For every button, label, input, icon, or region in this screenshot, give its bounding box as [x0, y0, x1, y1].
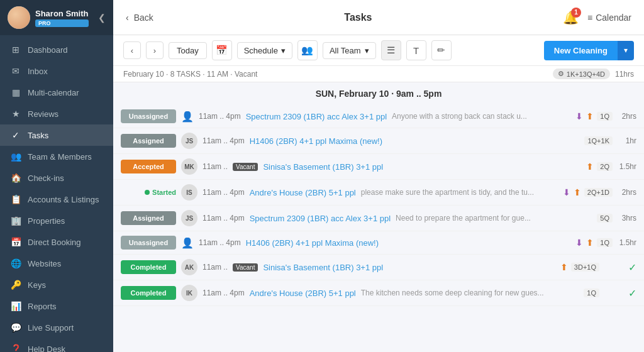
- notification-badge: 1: [571, 8, 581, 18]
- sidebar-item-checkins[interactable]: 🏠 Check-ins: [0, 167, 113, 189]
- task-row[interactable]: AssignedJS11am .. 4pmSpectrum 2309 (1BR)…: [113, 206, 644, 231]
- support-icon: 💬: [10, 322, 21, 333]
- inbox-icon: ✉: [10, 66, 21, 76]
- task-row[interactable]: CompletedAK11am ..VacantSinisa's Basemen…: [113, 255, 644, 280]
- task-title[interactable]: Sinisa's Basement (1BR) 3+1 ppl: [263, 263, 383, 272]
- user-info: Sharon Smith PRO: [35, 9, 89, 27]
- datebar-stats: ⚙ 1K+13Q+4D 11hrs: [553, 69, 634, 79]
- task-title[interactable]: Sinisa's Basement (1BR) 3+1 ppl: [263, 162, 383, 172]
- calendar-picker-button[interactable]: 📅: [212, 40, 232, 60]
- upload-icon: ⬆: [586, 162, 594, 172]
- sidebar-nav: ⊞ Dashboard ✉ Inbox ▦ Multi-calendar ★ R…: [0, 35, 113, 352]
- quantity-chip: 1Q+1K: [584, 136, 613, 145]
- started-dot: [145, 190, 150, 195]
- sidebar-item-keys[interactable]: 🔑 Keys: [0, 274, 113, 295]
- download-icon: ⬇: [563, 187, 570, 197]
- back-label: Back: [134, 13, 153, 23]
- sidebar-item-team[interactable]: 👥 Team & Members: [0, 146, 113, 167]
- task-description: Anyone with a strong back can stack u...: [392, 112, 570, 121]
- websites-icon: 🌐: [10, 258, 21, 268]
- quantity-chip: 2Q+1D: [584, 188, 613, 197]
- main-content: ‹ Back Tasks 🔔 1 ≡ Calendar ‹ › Today 📅 …: [113, 0, 644, 352]
- sidebar-user[interactable]: Sharon Smith PRO: [8, 6, 89, 29]
- task-title[interactable]: Andre's House (2BR) 5+1 ppl: [250, 289, 356, 298]
- sidebar-item-properties[interactable]: 🏢 Properties: [0, 210, 113, 231]
- task-row[interactable]: AcceptedMK11am ..VacantSinisa's Basement…: [113, 154, 644, 180]
- task-row[interactable]: Unassigned👤11am .. 4pmH1406 (2BR) 4+1 pp…: [113, 231, 644, 255]
- new-cleaning-group: New Cleaning ▾: [544, 41, 634, 60]
- status-badge: Accepted: [121, 160, 176, 173]
- next-button[interactable]: ›: [146, 41, 164, 59]
- assignee-avatar: MK: [181, 158, 197, 175]
- sidebar-item-label: Keys: [28, 280, 46, 290]
- prev-button[interactable]: ‹: [123, 41, 141, 59]
- sidebar-item-label: Team & Members: [28, 152, 92, 162]
- task-row[interactable]: CompletedIK11am .. 4pmAndre's House (2BR…: [113, 280, 644, 306]
- booking-icon: 📅: [10, 237, 21, 247]
- task-title[interactable]: H1406 (2BR) 4+1 ppl Maxima (new!): [250, 136, 382, 146]
- sidebar-item-inbox[interactable]: ✉ Inbox: [0, 60, 113, 82]
- assignee-avatar: AK: [181, 259, 197, 275]
- assignee-avatar: JS: [181, 133, 197, 149]
- today-button[interactable]: Today: [169, 42, 207, 59]
- username: Sharon Smith: [35, 9, 89, 18]
- team-icon: 👥: [10, 151, 21, 162]
- notification-button[interactable]: 🔔 1: [563, 10, 579, 25]
- task-title[interactable]: Spectrum 2309 (1BR) acc Alex 3+1 ppl: [246, 112, 387, 121]
- status-badge: Completed: [121, 286, 176, 300]
- new-cleaning-button[interactable]: New Cleaning: [544, 41, 618, 60]
- task-time: 11am .. 4pm: [199, 112, 241, 121]
- edit-view-button[interactable]: ✏: [431, 40, 452, 60]
- list-icon: ☰: [387, 45, 395, 56]
- task-duration: 2hrs: [618, 188, 636, 197]
- task-time: 11am .. 4pm: [203, 289, 245, 297]
- task-title[interactable]: H1406 (2BR) 4+1 ppl Maxima (new!): [246, 238, 379, 248]
- quantity-chip: 1Q: [597, 112, 613, 121]
- task-duration: 2hrs: [618, 112, 636, 121]
- task-title[interactable]: Spectrum 2309 (1BR) acc Alex 3+1 ppl: [250, 214, 391, 223]
- task-row[interactable]: StartedIS11am .. 4pmAndre's House (2BR) …: [113, 180, 644, 206]
- back-button[interactable]: ‹ Back: [126, 13, 153, 23]
- properties-icon: 🏢: [10, 216, 21, 226]
- task-row[interactable]: AssignedJS11am .. 4pmH1406 (2BR) 4+1 ppl…: [113, 128, 644, 154]
- task-duration: 1.5hr: [618, 162, 636, 171]
- sidebar-item-live-support[interactable]: 💬 Live Support: [0, 317, 113, 338]
- list-view-button[interactable]: ☰: [381, 40, 401, 60]
- sidebar-item-reports[interactable]: 📊 Reports: [0, 295, 113, 317]
- text-icon: T: [413, 45, 419, 56]
- task-title[interactable]: Andre's House (2BR) 5+1 ppl: [250, 188, 356, 197]
- stat-value-1: 1K+13Q+4D: [567, 70, 605, 78]
- team-filter-dropdown[interactable]: All Team ▾: [323, 42, 376, 59]
- page-title: Tasks: [344, 12, 372, 23]
- sidebar-item-websites[interactable]: 🌐 Websites: [0, 253, 113, 274]
- task-tags: ⬇⬆2Q+1D: [563, 187, 613, 197]
- calendar-button[interactable]: ≡ Calendar: [587, 13, 631, 23]
- accounts-icon: 📋: [10, 194, 21, 204]
- sidebar-item-tasks[interactable]: ✓ Tasks: [0, 124, 113, 146]
- status-badge: Started: [121, 185, 176, 199]
- schedule-dropdown[interactable]: Schedule ▾: [237, 42, 292, 59]
- assignee-avatar: IS: [181, 184, 197, 201]
- sidebar-item-direct-booking[interactable]: 📅 Direct Booking: [0, 231, 113, 253]
- task-duration: 3hrs: [618, 214, 636, 223]
- text-view-button[interactable]: T: [406, 40, 426, 60]
- task-tags: ⬇⬆1Q: [575, 238, 613, 248]
- vacant-tag: Vacant: [233, 163, 258, 171]
- team-icon-button[interactable]: 👥: [297, 40, 318, 60]
- checkins-icon: 🏠: [10, 173, 21, 183]
- upload-icon: ⬆: [586, 111, 594, 121]
- task-row[interactable]: Unassigned👤11am .. 4pmSpectrum 2309 (1BR…: [113, 105, 644, 128]
- task-area: SUN, February 10 · 9am .. 5pm Unassigned…: [113, 82, 644, 352]
- upload-icon: ⬆: [560, 262, 568, 272]
- sidebar-item-accounts[interactable]: 📋 Accounts & Listings: [0, 189, 113, 210]
- avatar: [8, 6, 30, 29]
- chevron-down-icon: ▾: [624, 46, 628, 55]
- sidebar-item-dashboard[interactable]: ⊞ Dashboard: [0, 39, 113, 60]
- collapse-button[interactable]: ❮: [98, 13, 106, 23]
- sidebar-item-reviews[interactable]: ★ Reviews: [0, 103, 113, 124]
- sidebar-item-label: Websites: [28, 259, 61, 268]
- sidebar-item-help-desk[interactable]: ❓ Help Desk: [0, 338, 113, 352]
- task-list: Unassigned👤11am .. 4pmSpectrum 2309 (1BR…: [113, 105, 644, 306]
- new-cleaning-dropdown-button[interactable]: ▾: [618, 41, 634, 60]
- sidebar-item-multi-calendar[interactable]: ▦ Multi-calendar: [0, 82, 113, 103]
